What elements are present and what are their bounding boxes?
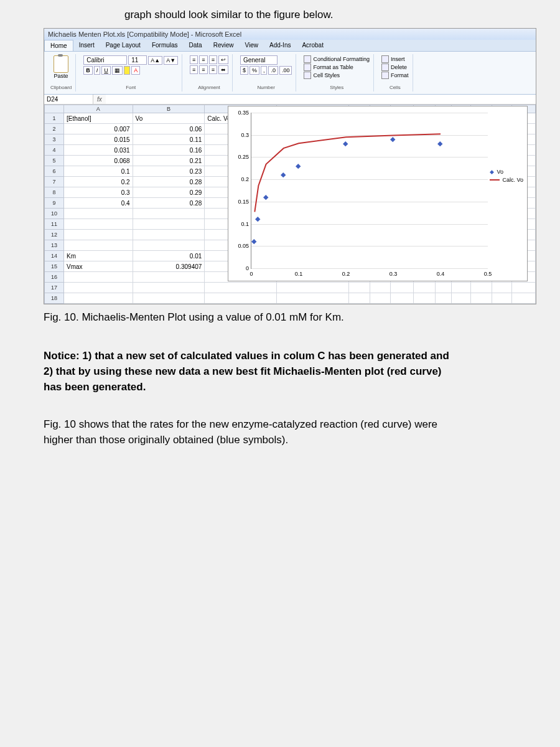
cell[interactable]: 0.007 (64, 124, 133, 134)
wrap-text-button[interactable]: ↩ (218, 55, 228, 64)
cell[interactable] (133, 293, 205, 304)
format-cells-button[interactable]: Format (381, 72, 409, 79)
font-color-button[interactable]: A (131, 66, 140, 75)
cell[interactable] (64, 293, 133, 304)
font-name-select[interactable]: Calibri (83, 55, 127, 65)
row-header[interactable]: 7 (45, 177, 64, 187)
row-header[interactable]: 12 (45, 230, 64, 240)
cell[interactable] (133, 230, 205, 240)
embedded-chart[interactable]: 00.050.10.150.20.250.30.3500.10.20.30.40… (228, 106, 528, 281)
merge-button[interactable]: ⬌ (218, 65, 228, 74)
cell[interactable] (133, 209, 205, 219)
cell[interactable] (348, 283, 370, 293)
cell[interactable] (133, 240, 205, 251)
cell[interactable]: Vo (133, 113, 205, 124)
col-header-A[interactable]: A (64, 105, 133, 113)
cell[interactable] (64, 230, 133, 240)
grow-font-button[interactable]: A▲ (148, 56, 162, 65)
cell[interactable] (512, 293, 536, 304)
font-size-select[interactable]: 11 (128, 55, 147, 65)
cell[interactable] (64, 219, 133, 230)
cell[interactable] (452, 283, 471, 293)
paste-button[interactable]: Paste (54, 55, 68, 79)
cell[interactable]: Vmax (64, 261, 133, 272)
delete-cells-button[interactable]: Delete (381, 63, 409, 71)
cell[interactable]: 0.068 (64, 156, 133, 166)
tab-formulas[interactable]: Formulas (146, 40, 184, 51)
fill-color-button[interactable] (124, 66, 131, 75)
italic-button[interactable]: I (94, 66, 101, 75)
cell[interactable] (64, 283, 133, 293)
cell[interactable] (64, 272, 133, 283)
row-header[interactable]: 8 (45, 187, 64, 198)
formula-bar[interactable] (106, 95, 536, 104)
cell[interactable]: 0.1 (64, 166, 133, 177)
cell[interactable]: [Ethanol] (64, 113, 133, 124)
row-header[interactable]: 16 (45, 272, 64, 283)
bold-button[interactable]: B (83, 66, 93, 75)
cell[interactable]: 0.23 (133, 166, 205, 177)
cell[interactable]: 0.29 (133, 187, 205, 198)
cell[interactable]: 0.3 (64, 187, 133, 198)
cell[interactable]: 0.06 (133, 124, 205, 134)
cell[interactable]: 0.309407 (133, 261, 205, 272)
cell[interactable] (64, 209, 133, 219)
col-header-B[interactable]: B (133, 105, 205, 113)
tab-home[interactable]: Home (44, 40, 73, 51)
align-top-button[interactable]: ≡ (190, 55, 198, 64)
cell[interactable]: 0.2 (64, 177, 133, 187)
cell[interactable] (370, 293, 391, 304)
cell[interactable] (277, 293, 349, 304)
cell[interactable] (133, 219, 205, 230)
tab-view[interactable]: View (239, 40, 264, 51)
row-header[interactable]: 15 (45, 261, 64, 272)
cell[interactable] (391, 283, 414, 293)
fx-icon[interactable]: fx (93, 95, 106, 104)
row-header[interactable]: 2 (45, 124, 64, 134)
cell[interactable] (205, 283, 277, 293)
cell[interactable] (471, 283, 492, 293)
worksheet-grid[interactable]: ABCDEFGHIJKLM 1[Ethanol]VoCalc. Vodelta^… (44, 105, 536, 304)
row-header[interactable]: 10 (45, 209, 64, 219)
cell[interactable] (277, 283, 349, 293)
format-as-table-button[interactable]: Format as Table (304, 63, 370, 71)
align-bot-button[interactable]: ≡ (209, 55, 217, 64)
cell[interactable] (471, 293, 492, 304)
cell[interactable]: 0.28 (133, 177, 205, 187)
cell[interactable]: 0.031 (64, 145, 133, 156)
name-box[interactable]: D24 (44, 95, 93, 104)
insert-cells-button[interactable]: Insert (381, 55, 409, 63)
cell[interactable] (492, 283, 512, 293)
cell[interactable] (391, 293, 414, 304)
cell[interactable]: 0.28 (133, 198, 205, 209)
cell[interactable] (64, 240, 133, 251)
cell[interactable] (492, 293, 512, 304)
cell[interactable] (435, 283, 451, 293)
align-mid-button[interactable]: ≡ (199, 55, 207, 64)
row-header[interactable]: 18 (45, 293, 64, 304)
number-format-select[interactable]: General (240, 55, 278, 65)
cell[interactable] (413, 283, 435, 293)
row-header[interactable]: 13 (45, 240, 64, 251)
row-header[interactable]: 17 (45, 283, 64, 293)
tab-addins[interactable]: Add-Ins (264, 40, 296, 51)
cell[interactable] (205, 293, 277, 304)
align-left-button[interactable]: ≡ (190, 65, 198, 74)
cell[interactable]: Km (64, 251, 133, 261)
underline-button[interactable]: U (101, 66, 111, 75)
cell-styles-button[interactable]: Cell Styles (304, 72, 370, 79)
cell[interactable] (133, 272, 205, 283)
cell[interactable] (512, 283, 536, 293)
cell[interactable]: 0.21 (133, 156, 205, 166)
row-header[interactable]: 4 (45, 145, 64, 156)
cell[interactable]: 0.4 (64, 198, 133, 209)
cell[interactable] (370, 283, 391, 293)
cell[interactable] (452, 293, 471, 304)
tab-data[interactable]: Data (184, 40, 208, 51)
cell[interactable] (413, 293, 435, 304)
percent-button[interactable]: % (250, 66, 259, 75)
dec-decimal-button[interactable]: .00 (279, 66, 292, 75)
cell[interactable]: 0.01 (133, 251, 205, 261)
tab-page-layout[interactable]: Page Layout (100, 40, 146, 51)
conditional-formatting-button[interactable]: Conditional Formatting (304, 55, 370, 63)
